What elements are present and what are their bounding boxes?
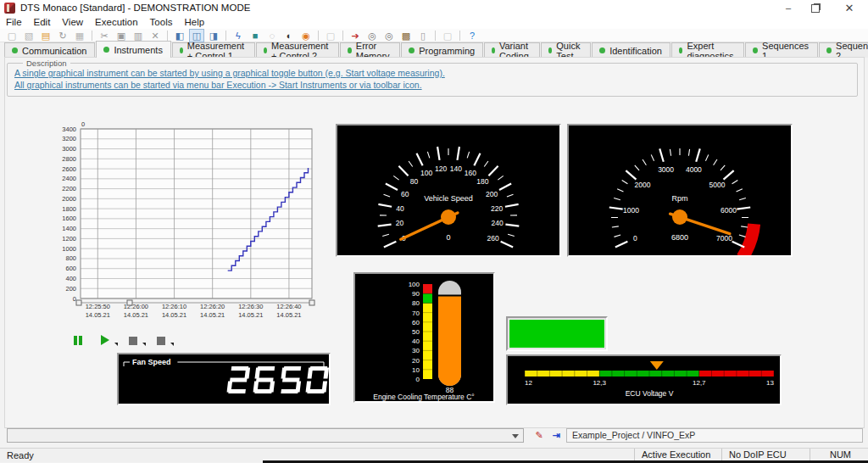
- report-icon[interactable]: ▯: [415, 29, 431, 42]
- tab-label: Instruments: [114, 45, 162, 55]
- svg-text:ECU Voltage V: ECU Voltage V: [626, 389, 674, 398]
- svg-text:1200: 1200: [62, 235, 76, 243]
- pause-recording-button[interactable]: [73, 333, 90, 346]
- svg-text:60: 60: [401, 190, 409, 198]
- context-path-field[interactable]: Example_Project / VINFO_ExP: [566, 428, 863, 443]
- instrument-select-combobox[interactable]: [7, 428, 524, 443]
- svg-text:0: 0: [81, 120, 85, 128]
- tab-status-dot-icon: [679, 47, 682, 53]
- svg-text:40: 40: [396, 204, 404, 213]
- tab-sequences-2[interactable]: Sequences 2: [819, 42, 868, 58]
- open-file-icon[interactable]: ▧: [21, 29, 36, 42]
- menu-view[interactable]: View: [56, 16, 89, 29]
- fan-speed-trend-chart[interactable]: 0200400600800100012001400160018002000220…: [42, 120, 322, 327]
- combobox-dropdown-icon: [512, 434, 519, 438]
- tab-status-dot-icon: [348, 47, 351, 53]
- svg-text:12:26:40: 12:26:40: [276, 303, 301, 310]
- save-icon[interactable]: ▦: [72, 29, 87, 42]
- minimize-button[interactable]: –: [775, 0, 802, 16]
- menu-file[interactable]: File: [0, 16, 28, 29]
- tab-status-dot-icon: [409, 47, 415, 53]
- tab-status-dot-icon: [264, 47, 267, 53]
- tab-status-dot-icon: [12, 47, 18, 53]
- toolbar-separator: [167, 31, 168, 41]
- menu-execution[interactable]: Execution: [89, 16, 144, 29]
- tab-programming[interactable]: Programming: [401, 42, 483, 58]
- close-button[interactable]: ✕: [836, 0, 863, 16]
- svg-text:0: 0: [446, 233, 450, 242]
- window-title: DTS Monaco [Standard] - DEMONSTRATION MO…: [20, 0, 250, 16]
- svg-text:12:26:30: 12:26:30: [238, 303, 263, 310]
- vehicle-speed-gauge-canvas: 020406080100120140160180200220240260Vehi…: [337, 126, 559, 255]
- tab-status-dot-icon: [103, 47, 109, 53]
- svg-text:100: 100: [409, 281, 420, 288]
- tab-measurement-control-1[interactable]: Measurement + Control 1: [172, 42, 255, 58]
- clear-recording-button[interactable]: [157, 333, 174, 346]
- svg-text:0: 0: [416, 376, 420, 383]
- rpm-gauge-canvas: 01000200030004000500060007000Rpm6800: [569, 126, 791, 255]
- chart-scroll-handle[interactable]: [76, 300, 81, 305]
- variant-coding-icon[interactable]: ▩: [398, 29, 414, 42]
- svg-text:1000: 1000: [623, 206, 639, 215]
- svg-text:1600: 1600: [62, 215, 76, 222]
- reload-icon[interactable]: ↻: [55, 29, 70, 42]
- help-icon[interactable]: ?: [465, 29, 480, 42]
- svg-text:240: 240: [491, 219, 503, 227]
- fan-speed-display: Fan Speed: [117, 353, 331, 405]
- description-link-2[interactable]: All graphical instruments can be started…: [14, 80, 422, 90]
- menu-edit[interactable]: Edit: [28, 16, 57, 29]
- svg-text:3000: 3000: [62, 145, 76, 153]
- tab-status-dot-icon: [180, 47, 183, 53]
- menu-tools[interactable]: Tools: [144, 16, 179, 29]
- svg-text:Rpm: Rpm: [671, 194, 687, 203]
- goto-target-icon[interactable]: ⇥: [549, 428, 563, 442]
- tab-measurement-control-2[interactable]: Measurement + Control 2: [256, 42, 339, 58]
- svg-text:Fan Speed: Fan Speed: [132, 358, 171, 366]
- start-recording-button[interactable]: [101, 333, 118, 346]
- stop-recording-button[interactable]: [129, 333, 146, 346]
- tab-status-dot-icon: [826, 47, 832, 53]
- svg-text:14.05.21: 14.05.21: [276, 311, 301, 319]
- open-workspace-icon[interactable]: ▤: [38, 29, 53, 42]
- tab-identification[interactable]: Identification: [592, 42, 670, 58]
- chart-scroll-handle[interactable]: [127, 300, 132, 305]
- settings-icon[interactable]: ▢: [440, 29, 455, 42]
- description-link-1[interactable]: A single graphical instrument can be sta…: [14, 68, 445, 78]
- ecu-voltage-canvas: 1212,312,713ECU Voltage V: [508, 356, 780, 404]
- tab-quick-test[interactable]: Quick Test: [541, 42, 591, 58]
- tab-instruments[interactable]: Instruments: [96, 41, 170, 58]
- svg-text:0: 0: [73, 295, 76, 303]
- svg-text:12,7: 12,7: [693, 379, 706, 387]
- tab-status-dot-icon: [753, 47, 758, 53]
- tab-expert-diagnostics[interactable]: Expert diagnostics: [671, 42, 744, 58]
- tab-variant-coding[interactable]: Variant Coding: [484, 42, 540, 58]
- status-indicator-lamp: [509, 319, 605, 349]
- stop-execution-icon[interactable]: ■: [248, 29, 263, 42]
- status-indicator: [506, 316, 608, 351]
- svg-text:1800: 1800: [62, 205, 76, 213]
- svg-text:800: 800: [65, 254, 76, 262]
- edit-link-icon[interactable]: ✎: [532, 428, 546, 442]
- tab-error-memory[interactable]: Error Memory: [340, 42, 400, 58]
- window-cascade-icon[interactable]: ◧: [172, 29, 187, 42]
- tab-communication[interactable]: Communication: [4, 42, 95, 58]
- menu-bar: FileEditViewExecutionToolsHelp: [0, 16, 868, 29]
- menu-help[interactable]: Help: [178, 16, 210, 29]
- svg-text:30: 30: [412, 347, 420, 354]
- new-file-icon[interactable]: ▢: [4, 29, 19, 42]
- toolbar-separator: [342, 31, 343, 41]
- restore-button[interactable]: [802, 0, 829, 16]
- chart-controls: [73, 333, 174, 346]
- chart-scroll-handle[interactable]: [309, 300, 314, 305]
- svg-text:140: 140: [450, 165, 462, 173]
- tab-sequences-1[interactable]: Sequences 1: [745, 42, 818, 58]
- svg-text:Vehicle Speed: Vehicle Speed: [424, 194, 473, 203]
- svg-text:2800: 2800: [62, 155, 76, 163]
- tab-bar: CommunicationInstrumentsMeasurement + Co…: [4, 42, 864, 58]
- svg-text:2000: 2000: [62, 195, 76, 203]
- status-doip: No DoIP ECU available: [721, 449, 814, 461]
- tab-label: Communication: [22, 46, 86, 56]
- svg-text:13: 13: [766, 379, 774, 387]
- svg-text:400: 400: [65, 275, 76, 282]
- svg-text:Engine Cooling Temperature C°: Engine Cooling Temperature C°: [373, 393, 474, 401]
